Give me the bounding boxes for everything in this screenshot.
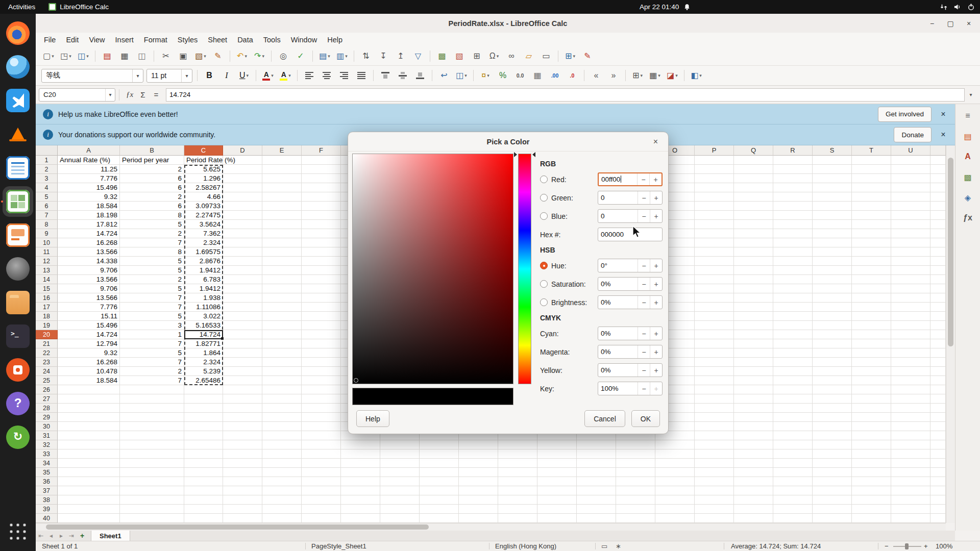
cell-partial-22[interactable]	[930, 348, 946, 358]
cell-T5[interactable]	[852, 192, 891, 202]
font-color[interactable]: A▾	[260, 68, 276, 83]
cell-M32[interactable]	[577, 440, 616, 449]
cell-D21[interactable]	[223, 339, 262, 348]
open-dropdown-icon[interactable]: ▾	[69, 54, 71, 59]
cell-O35[interactable]	[655, 468, 695, 477]
row-header-40[interactable]: 40	[36, 514, 58, 523]
cell-B34[interactable]	[120, 459, 184, 468]
cell-Q7[interactable]	[734, 211, 773, 220]
cell-Q31[interactable]	[734, 431, 773, 440]
cell-F29[interactable]	[302, 413, 341, 422]
brightness-input[interactable]: 0%−+	[598, 295, 663, 309]
cell-Q20[interactable]	[734, 330, 773, 339]
minimize-button[interactable]: −	[926, 17, 938, 30]
column-header-P[interactable]: P	[695, 145, 734, 156]
cell-S15[interactable]	[813, 284, 852, 293]
cell-F35[interactable]	[302, 468, 341, 477]
cell-P34[interactable]	[695, 459, 734, 468]
column-header-Q[interactable]: Q	[734, 145, 773, 156]
cell-E22[interactable]	[262, 348, 302, 358]
cell-partial-33[interactable]	[930, 449, 946, 459]
cell-T8[interactable]	[852, 220, 891, 229]
sidebar-gallery-icon[interactable]: ▩	[960, 169, 976, 185]
cell-T22[interactable]	[852, 348, 891, 358]
cell-F9[interactable]	[302, 229, 341, 238]
cell-R23[interactable]	[773, 358, 813, 367]
cell-A11[interactable]: 13.566	[58, 247, 120, 257]
green-decrement-button[interactable]: −	[638, 191, 650, 204]
cell-partial-15[interactable]	[930, 284, 946, 293]
delete-decimal-place[interactable]: .0	[564, 68, 580, 83]
dock-software-updater[interactable]	[3, 422, 33, 453]
cell-M35[interactable]	[577, 468, 616, 477]
cell-Q9[interactable]	[734, 229, 773, 238]
cell-H34[interactable]	[380, 459, 420, 468]
cell-A18[interactable]: 15.11	[58, 312, 120, 321]
cell-Q1[interactable]	[734, 156, 773, 165]
cell-O40[interactable]	[655, 514, 695, 523]
maximize-button[interactable]: ▢	[944, 17, 957, 30]
cell-O34[interactable]	[655, 459, 695, 468]
cell-D23[interactable]	[223, 358, 262, 367]
cell-H36[interactable]	[380, 477, 420, 486]
cell-R3[interactable]	[773, 174, 813, 183]
cell-B14[interactable]: 2	[120, 275, 184, 284]
cell-C7[interactable]: 2.27475	[184, 211, 223, 220]
cell-F12[interactable]	[302, 257, 341, 266]
cell-H40[interactable]	[380, 514, 420, 523]
cell-D9[interactable]	[223, 229, 262, 238]
cell-E17[interactable]	[262, 303, 302, 312]
saturation-input[interactable]: 0%−+	[598, 277, 663, 291]
row-header-22[interactable]: 22	[36, 348, 58, 358]
print-preview[interactable]: ◫	[134, 49, 150, 63]
cell-P38[interactable]	[695, 495, 734, 505]
cell-R2[interactable]	[773, 165, 813, 174]
cell-R19[interactable]	[773, 321, 813, 330]
cell-B37[interactable]	[120, 486, 184, 495]
cell-E1[interactable]	[262, 156, 302, 165]
cell-E29[interactable]	[262, 413, 302, 422]
cell-A37[interactable]	[58, 486, 120, 495]
cell-T13[interactable]	[852, 266, 891, 275]
page-style[interactable]: PageStyle_Sheet1	[311, 541, 366, 551]
cell-D32[interactable]	[223, 440, 262, 449]
cell-partial-13[interactable]	[930, 266, 946, 275]
cell-partial-34[interactable]	[930, 459, 946, 468]
cell-partial-21[interactable]	[930, 339, 946, 348]
cell-Q35[interactable]	[734, 468, 773, 477]
cell-E18[interactable]	[262, 312, 302, 321]
conditional-formatting[interactable]: ◧▾	[688, 68, 704, 83]
cell-P33[interactable]	[695, 449, 734, 459]
cell-R29[interactable]	[773, 413, 813, 422]
cell-F18[interactable]	[302, 312, 341, 321]
increase-indent[interactable]: »	[605, 68, 622, 83]
cell-D30[interactable]	[223, 422, 262, 431]
undo[interactable]: ↶▾	[234, 49, 250, 63]
cell-D18[interactable]	[223, 312, 262, 321]
cell-U10[interactable]	[891, 238, 930, 247]
cell-D24[interactable]	[223, 367, 262, 376]
show-draw-functions[interactable]: ✎	[579, 49, 596, 63]
cell-L37[interactable]	[537, 486, 577, 495]
cell-G32[interactable]	[341, 440, 380, 449]
autofilter[interactable]: ▽	[410, 49, 426, 63]
find-replace[interactable]: ◎	[275, 49, 291, 63]
cell-S36[interactable]	[813, 477, 852, 486]
cell-B5[interactable]: 2	[120, 192, 184, 202]
cell-I39[interactable]	[420, 505, 459, 514]
cell-B10[interactable]: 7	[120, 238, 184, 247]
merge-cells[interactable]: ◫▾	[453, 68, 470, 83]
cell-H37[interactable]	[380, 486, 420, 495]
cell-F6[interactable]	[302, 202, 341, 211]
menu-tools[interactable]: Tools	[258, 33, 286, 47]
cell-S12[interactable]	[813, 257, 852, 266]
sidebar-sidebar-settings-icon[interactable]: ≡	[960, 108, 976, 123]
cell-D36[interactable]	[223, 477, 262, 486]
cell-F26[interactable]	[302, 385, 341, 394]
cell-partial-32[interactable]	[930, 440, 946, 449]
cell-U17[interactable]	[891, 303, 930, 312]
cell-B9[interactable]: 2	[120, 229, 184, 238]
cell-U29[interactable]	[891, 413, 930, 422]
cell-A29[interactable]	[58, 413, 120, 422]
cell-partial-8[interactable]	[930, 220, 946, 229]
